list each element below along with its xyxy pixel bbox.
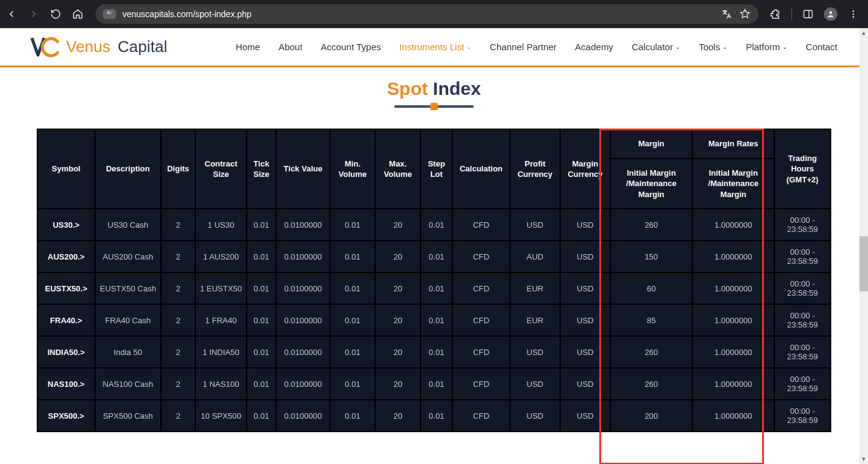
main-nav: Home About Account Types Instruments Lis… [236, 42, 837, 52]
nav-contact[interactable]: Contact [806, 42, 837, 52]
nav-platform[interactable]: Platform ⌄ [746, 42, 787, 52]
nav-instruments-list[interactable]: Instruments List ⌄ [399, 42, 471, 52]
table-row: EUSTX50.>EUSTX50 Cash21 EUSTX500.010.010… [38, 273, 830, 304]
cell-description: India 50 [95, 337, 160, 367]
cell-contract-size: 1 EUSTX50 [196, 273, 246, 304]
cell-min-volume: 0.01 [331, 400, 375, 431]
divider [791, 9, 792, 20]
reload-button[interactable] [49, 7, 62, 21]
cell-calculation: CFD [453, 273, 509, 304]
forward-button[interactable] [27, 7, 40, 21]
svg-point-8 [853, 13, 855, 15]
nav-instruments-label: Instruments List [399, 42, 464, 52]
nav-account-types[interactable]: Account Types [321, 42, 381, 52]
cell-trading-hours: 00:00 - 23:58:59 [775, 400, 830, 431]
address-bar[interactable]: venuscapitals.com/spot-index.php [95, 4, 758, 24]
cell-contract-size: 1 AUS200 [196, 241, 246, 272]
nav-home[interactable]: Home [236, 42, 260, 52]
cell-tick-size: 0.01 [247, 400, 275, 431]
cell-calculation: CFD [453, 209, 509, 240]
cell-margin-rate: 1.0000000 [693, 305, 774, 335]
svg-rect-4 [804, 10, 812, 18]
cell-margin-currency: USD [561, 241, 610, 272]
nav-academy[interactable]: Academy [575, 42, 613, 52]
th-step-lot: Step Lot [421, 130, 452, 208]
table-container: Symbol Description Digits Contract Size … [0, 111, 868, 432]
bookmark-icon[interactable] [739, 8, 751, 20]
scroll-down-arrow[interactable]: ▼ [859, 454, 868, 464]
cell-trading-hours: 00:00 - 23:58:59 [775, 273, 830, 304]
cell-tick-value: 0.0100000 [277, 305, 329, 335]
cell-digits: 2 [162, 400, 195, 431]
th-margin-rates-sub: Initial Margin /Maintenance Margin [693, 159, 774, 209]
site-info-icon[interactable] [103, 9, 116, 19]
cell-step-lot: 0.01 [421, 337, 452, 367]
page-title-section: Spot Index [0, 67, 868, 111]
cell-max-volume: 20 [376, 273, 420, 304]
chevron-down-icon: ⌄ [722, 43, 727, 50]
cell-tick-value: 0.0100000 [277, 337, 329, 367]
cell-initial-margin: 260 [611, 209, 692, 240]
table-body: US30.>US30 Cash21 US300.010.01000000.012… [38, 209, 830, 431]
cell-max-volume: 20 [376, 400, 420, 431]
cell-min-volume: 0.01 [331, 209, 375, 240]
nav-tools[interactable]: Tools ⌄ [698, 42, 727, 52]
cell-min-volume: 0.01 [331, 337, 375, 367]
cell-margin-currency: USD [561, 273, 610, 304]
cell-step-lot: 0.01 [421, 273, 452, 304]
scrollbar-thumb[interactable] [859, 236, 868, 291]
table-row: US30.>US30 Cash21 US300.010.01000000.012… [38, 209, 830, 240]
cell-step-lot: 0.01 [421, 305, 452, 335]
th-digits: Digits [162, 130, 195, 208]
extensions-icon[interactable] [769, 8, 782, 20]
cell-digits: 2 [162, 337, 195, 367]
logo-text-venus: Venus [66, 37, 110, 56]
cell-initial-margin: 85 [611, 305, 692, 335]
cell-tick-value: 0.0100000 [277, 273, 329, 304]
logo[interactable]: Venus Capital [31, 37, 167, 58]
profile-avatar[interactable] [824, 7, 837, 21]
nav-channel-partner[interactable]: Channel Partner [490, 42, 556, 52]
cell-initial-margin: 260 [611, 337, 692, 367]
table-row: FRA40.>FRA40 Cash21 FRA400.010.01000000.… [38, 305, 830, 335]
cell-margin-currency: USD [561, 305, 610, 335]
cell-tick-value: 0.0100000 [277, 209, 329, 240]
cell-tick-size: 0.01 [247, 369, 275, 399]
home-button[interactable] [71, 7, 84, 21]
cell-tick-value: 0.0100000 [277, 241, 329, 272]
th-max-volume: Max. Volume [376, 130, 420, 208]
cell-symbol: EUSTX50.> [38, 273, 94, 304]
nav-about[interactable]: About [279, 42, 302, 52]
cell-tick-value: 0.0100000 [277, 400, 329, 431]
cell-trading-hours: 00:00 - 23:58:59 [775, 305, 830, 335]
cell-symbol: FRA40.> [38, 305, 94, 335]
cell-margin-rate: 1.0000000 [693, 369, 774, 399]
cell-step-lot: 0.01 [421, 369, 452, 399]
cell-description: EUSTX50 Cash [95, 273, 160, 304]
cell-profit-currency: USD [511, 369, 559, 399]
cell-tick-size: 0.01 [247, 337, 275, 367]
cell-margin-rate: 1.0000000 [693, 337, 774, 367]
cell-margin-rate: 1.0000000 [693, 241, 774, 272]
cell-tick-size: 0.01 [247, 273, 275, 304]
cell-margin-rate: 1.0000000 [693, 273, 774, 304]
cell-max-volume: 20 [376, 209, 420, 240]
scroll-up-arrow[interactable]: ▲ [859, 28, 868, 38]
page-scrollbar[interactable]: ▲ ▼ [859, 28, 868, 464]
cell-min-volume: 0.01 [331, 273, 375, 304]
browser-right-controls [769, 7, 863, 21]
th-contract-size: Contract Size [196, 130, 246, 208]
cell-max-volume: 20 [376, 369, 420, 399]
cell-digits: 2 [162, 241, 195, 272]
spot-index-table: Symbol Description Digits Contract Size … [37, 129, 831, 432]
th-margin-top: Margin [611, 130, 692, 158]
side-panel-icon[interactable] [802, 8, 814, 20]
menu-icon[interactable] [847, 8, 859, 20]
translate-icon[interactable] [720, 8, 733, 20]
back-button[interactable] [5, 7, 18, 21]
cell-description: AUS200 Cash [95, 241, 160, 272]
cell-profit-currency: USD [511, 209, 559, 240]
nav-calculator[interactable]: Calculator ⌄ [632, 42, 681, 52]
cell-trading-hours: 00:00 - 23:58:59 [775, 209, 830, 240]
cell-calculation: CFD [453, 305, 509, 335]
